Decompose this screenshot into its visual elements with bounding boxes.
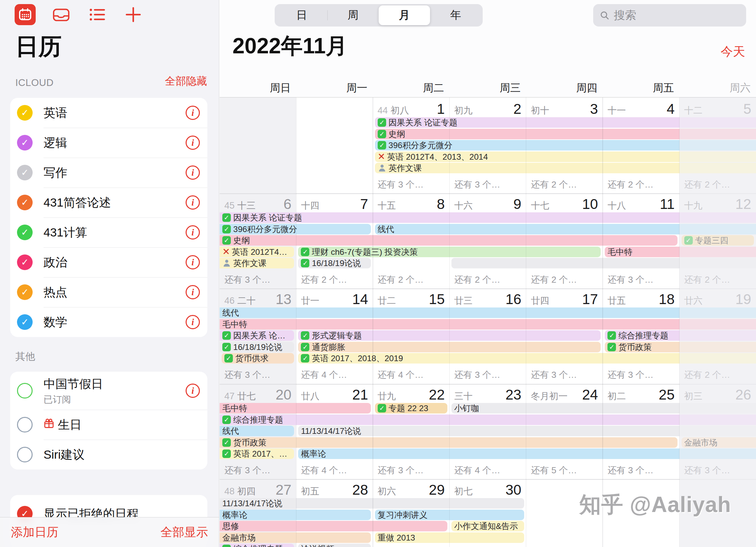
event-bar-英语 2017、2018、2019[interactable]: ✓英语 2017、2018、2019 (298, 353, 756, 364)
more-events-label[interactable]: 还有 2 个… (301, 274, 347, 286)
info-icon[interactable]: i (186, 136, 200, 150)
day-cell-10[interactable]: 十七10 (526, 195, 603, 212)
day-cell-13[interactable]: 46二十13 (220, 290, 296, 307)
day-cell-30[interactable]: 初七30 (449, 481, 526, 498)
calendar-ring-icon[interactable] (17, 383, 33, 399)
event-bar-专题三四[interactable]: ✓专题三四 (682, 235, 754, 246)
event-bar-线代[interactable]: 线代 (375, 224, 756, 234)
info-icon[interactable]: i (186, 315, 200, 329)
search-input[interactable] (613, 8, 739, 22)
calendar-color-check-icon[interactable]: ✓ (17, 254, 33, 270)
event-bar-英语 2017、2018、2019[interactable]: ✓英语 2017、2018、2019 (220, 448, 294, 459)
event-bar-毛中特[interactable]: 毛中特 (220, 319, 756, 330)
more-events-label[interactable]: 还有 2 个… (454, 274, 500, 286)
more-events-label[interactable]: 还有 2 个… (607, 178, 653, 191)
segment-月[interactable]: 月 (379, 5, 430, 25)
calendar-color-check-icon[interactable]: ✓ (17, 135, 33, 151)
other-row-Siri建议[interactable]: Siri建议 (10, 440, 207, 470)
calendar-row-431简答论述[interactable]: ✓431简答论述i (10, 188, 207, 217)
more-events-label[interactable]: 还有 3 个… (607, 369, 653, 381)
event-bar-专题 22 23[interactable]: ✓专题 22 23 (375, 403, 447, 413)
more-events-label[interactable]: 还有 3 个… (454, 369, 500, 381)
other-row-中国节假日[interactable]: 中国节假日已订阅i (10, 372, 207, 410)
event-bar-因果关系 论证专题[interactable]: ✓因果关系 论证专题 (220, 212, 756, 223)
day-cell-7[interactable]: 十四7 (296, 195, 373, 212)
more-events-label[interactable]: 还有 2 个… (684, 369, 730, 381)
event-bar-小作文通知&告示[interactable]: 小作文通知&告示 (451, 521, 524, 531)
event-bar-综合推理专题[interactable]: ✓综合推理专题 (220, 414, 756, 425)
info-icon[interactable]: i (186, 165, 200, 180)
event-bar-英作文课[interactable]: 英作文课 (375, 163, 756, 173)
day-cell-9[interactable]: 十六9 (449, 195, 526, 212)
calendar-color-check-icon[interactable]: ✓ (17, 284, 33, 300)
day-cell-12[interactable]: 十九12 (680, 195, 756, 212)
day-cell-14[interactable]: 廿一14 (296, 290, 373, 307)
more-events-label[interactable]: 还有 3 个… (378, 464, 424, 476)
event-bar-金融市场[interactable]: 金融市场 (220, 532, 371, 543)
more-events-label[interactable]: 还有 3 个… (224, 274, 270, 286)
calendar-row-热点[interactable]: ✓热点i (10, 277, 207, 307)
segment-周[interactable]: 周 (327, 5, 379, 25)
more-events-label[interactable]: 还有 4 个… (301, 369, 347, 381)
event-bar-货币政策[interactable]: ✓货币政策 (220, 437, 677, 448)
more-events-label[interactable]: 还有 3 个… (607, 464, 653, 476)
more-events-label[interactable]: 还有 2 个… (531, 178, 577, 191)
event-bar-16/18/19论说[interactable]: ✓16/18/19论说 (220, 342, 294, 352)
more-events-label[interactable]: 还有 5 个… (531, 464, 577, 476)
more-events-label[interactable]: 还有 3 个… (684, 464, 730, 476)
event-bar-线代[interactable]: 线代 (220, 426, 294, 436)
day-cell-25[interactable]: 初二25 (603, 386, 679, 403)
more-events-label[interactable]: 还有 4 个… (301, 464, 347, 476)
calendar-row-写作[interactable]: ✓写作i (10, 158, 207, 188)
event-bar-396积分多元微分[interactable]: ✓396积分多元微分 (375, 140, 756, 151)
event-bar-论说视频[interactable]: 论说视频 (298, 544, 371, 547)
day-cell-28[interactable]: 初五28 (296, 481, 373, 498)
event-bar-英作文课[interactable]: 英作文课 (220, 258, 294, 268)
calendar-row-431计算[interactable]: ✓431计算i (10, 217, 207, 247)
day-cell-6[interactable]: 45十三6 (220, 195, 296, 212)
day-cell-22[interactable]: 廿九22 (373, 386, 449, 403)
day-cell-27[interactable]: 48初四27 (220, 481, 296, 498)
day-cell-24[interactable]: 冬月初一24 (526, 386, 603, 403)
more-events-label[interactable]: 还有 3 个… (607, 274, 653, 286)
event-bar-英语 2012T4、2013、2014[interactable]: ✕英语 2012T4、2013、2014 (220, 247, 294, 257)
segment-年[interactable]: 年 (430, 5, 481, 25)
day-cell-3[interactable]: 初十3 (526, 100, 603, 117)
event-bar-线代[interactable]: 线代 (220, 307, 756, 318)
event-bar-396积分多元微分[interactable]: ✓396积分多元微分 (220, 224, 371, 234)
event-bar-毛中特[interactable]: 毛中特 (605, 247, 756, 257)
calendar-row-政治[interactable]: ✓政治i (10, 247, 207, 277)
info-icon[interactable]: i (186, 195, 200, 210)
event-bar-思修[interactable]: 思修 (220, 521, 447, 531)
day-cell-21[interactable]: 廿八21 (296, 386, 373, 403)
day-cell-15[interactable]: 廿二15 (373, 290, 449, 307)
more-events-label[interactable]: 还有 2 个… (684, 274, 730, 286)
day-cell-16[interactable]: 廿三16 (449, 290, 526, 307)
calendar-color-check-icon[interactable]: ✓ (17, 105, 33, 121)
info-icon[interactable]: i (186, 384, 200, 398)
show-all-button[interactable]: 全部显示 (160, 524, 208, 540)
day-cell-17[interactable]: 廿四17 (526, 290, 603, 307)
event-bar-小钉咖[interactable]: 小钉咖 (451, 403, 756, 413)
day-cell-1[interactable]: 44初八1 (373, 100, 449, 117)
day-cell-5[interactable]: 十二5 (680, 100, 756, 117)
event-bar-金融市场[interactable]: 金融市场 (682, 437, 756, 448)
more-events-label[interactable]: 还有 3 个… (224, 464, 270, 476)
calendar-ring-icon[interactable] (17, 447, 33, 462)
more-events-label[interactable]: 还有 4 个… (454, 464, 500, 476)
segment-日[interactable]: 日 (276, 5, 327, 25)
more-events-label[interactable]: 还有 2 个… (378, 274, 424, 286)
calendar-row-逻辑[interactable]: ✓逻辑i (10, 128, 207, 158)
day-cell-8[interactable]: 十五8 (373, 195, 449, 212)
today-button[interactable]: 今天 (721, 43, 745, 60)
event-bar-毛中特[interactable]: 毛中特 (220, 403, 371, 413)
day-cell-4[interactable]: 十一4 (603, 100, 679, 117)
event-bar-货币供求[interactable]: ✓货币供求 (222, 353, 294, 364)
event-bar-概率论[interactable]: 概率论 (298, 448, 756, 459)
day-cell-26[interactable]: 初三26 (680, 386, 756, 403)
info-icon[interactable]: i (186, 285, 200, 299)
event-bar-16/18/19论说[interactable]: ✓16/18/19论说 (298, 258, 371, 268)
day-cell-19[interactable]: 廿六19 (680, 290, 756, 307)
day-cell-18[interactable]: 廿五18 (603, 290, 679, 307)
list-view-icon[interactable] (87, 4, 108, 25)
